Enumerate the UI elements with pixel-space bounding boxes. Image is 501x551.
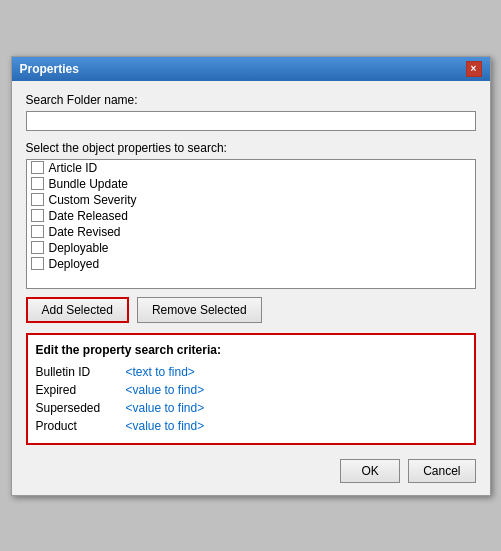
properties-dialog: Properties × Search Folder name: Select … <box>11 56 491 496</box>
criteria-row-product: Product <value to find> <box>36 417 466 435</box>
dialog-title: Properties <box>20 62 79 76</box>
bottom-buttons-row: OK Cancel <box>26 455 476 483</box>
list-item: Deployable <box>27 240 475 256</box>
action-buttons-row: Add Selected Remove Selected <box>26 297 476 323</box>
criteria-label-superseded: Superseded <box>36 401 126 415</box>
list-item: Custom Severity <box>27 192 475 208</box>
title-bar: Properties × <box>12 57 490 81</box>
criteria-label-bulletin: Bulletin ID <box>36 365 126 379</box>
remove-selected-button[interactable]: Remove Selected <box>137 297 262 323</box>
list-item-label: Deployed <box>49 257 100 271</box>
criteria-section: Edit the property search criteria: Bulle… <box>26 333 476 445</box>
list-item: Deployed <box>27 256 475 272</box>
list-item-label: Deployable <box>49 241 109 255</box>
dialog-body: Search Folder name: Select the object pr… <box>12 81 490 495</box>
criteria-label-expired: Expired <box>36 383 126 397</box>
object-properties-label: Select the object properties to search: <box>26 141 476 155</box>
add-selected-button[interactable]: Add Selected <box>26 297 129 323</box>
list-item: Date Released <box>27 208 475 224</box>
search-folder-input[interactable] <box>26 111 476 131</box>
ok-button[interactable]: OK <box>340 459 400 483</box>
checkbox-deployable[interactable] <box>31 241 44 254</box>
close-button[interactable]: × <box>466 61 482 77</box>
criteria-row-superseded: Superseded <value to find> <box>36 399 466 417</box>
checkbox-date-released[interactable] <box>31 209 44 222</box>
criteria-link-superseded[interactable]: <value to find> <box>126 401 205 415</box>
list-item-label: Article ID <box>49 161 98 175</box>
criteria-row-bulletin: Bulletin ID <text to find> <box>36 363 466 381</box>
checkbox-custom-severity[interactable] <box>31 193 44 206</box>
criteria-link-expired[interactable]: <value to find> <box>126 383 205 397</box>
list-item-label: Custom Severity <box>49 193 137 207</box>
list-item: Bundle Update <box>27 176 475 192</box>
checkbox-date-revised[interactable] <box>31 225 44 238</box>
checkbox-deployed[interactable] <box>31 257 44 270</box>
list-item-label: Bundle Update <box>49 177 128 191</box>
checkbox-article-id[interactable] <box>31 161 44 174</box>
list-item-label: Date Revised <box>49 225 121 239</box>
criteria-row-expired: Expired <value to find> <box>36 381 466 399</box>
checkbox-bundle-update[interactable] <box>31 177 44 190</box>
criteria-link-bulletin[interactable]: <text to find> <box>126 365 195 379</box>
criteria-label-product: Product <box>36 419 126 433</box>
list-item: Article ID <box>27 160 475 176</box>
cancel-button[interactable]: Cancel <box>408 459 475 483</box>
list-item: Date Revised <box>27 224 475 240</box>
criteria-link-product[interactable]: <value to find> <box>126 419 205 433</box>
search-folder-label: Search Folder name: <box>26 93 476 107</box>
criteria-title: Edit the property search criteria: <box>36 343 466 357</box>
list-item-label: Date Released <box>49 209 128 223</box>
property-list-container: Article ID Bundle Update Custom Severity… <box>26 159 476 289</box>
